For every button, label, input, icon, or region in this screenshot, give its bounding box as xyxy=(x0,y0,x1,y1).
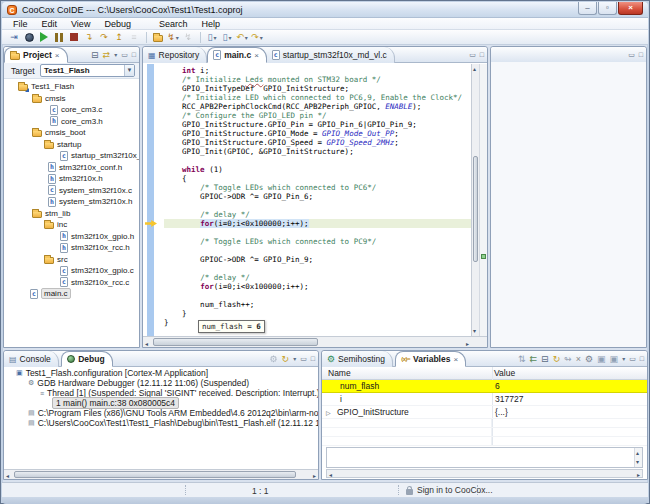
tree-item-startup-stm32f10x-md-vl-c[interactable]: cstartup_stm32f10x_md_vl.c xyxy=(4,150,139,162)
tab-project[interactable]: Project × xyxy=(4,47,68,63)
open-project-icon[interactable] xyxy=(151,31,165,44)
remove-terminated-icon[interactable]: ⚙ xyxy=(270,354,278,364)
forward-icon[interactable]: ↷▾ xyxy=(250,31,264,44)
tree-item-system-stm32f10x-h[interactable]: hsystem_stm32f10x.h xyxy=(4,196,139,208)
code-line[interactable]: /* Initialize Leds mounted on STM32 boar… xyxy=(164,75,471,84)
new-file-icon[interactable]: ▯▾ xyxy=(205,31,219,44)
tree-item-main-c[interactable]: cmain.c xyxy=(4,288,139,300)
tree-item-core-cm3-h[interactable]: hcore_cm3.h xyxy=(4,116,139,128)
step-into-icon[interactable]: ↴ xyxy=(82,31,96,44)
code-line[interactable]: int i; xyxy=(164,66,471,75)
tree-item-core-cm3-c[interactable]: ccore_cm3.c xyxy=(4,104,139,116)
minimize-view-icon[interactable]: ▭ xyxy=(629,354,636,364)
tree-item-system-stm32f10x-c[interactable]: csystem_stm32f10x.c xyxy=(4,185,139,197)
code-line[interactable]: GPIO_InitStructure.GPIO_Mode = GPIO_Mode… xyxy=(164,129,471,138)
code-line[interactable] xyxy=(164,291,471,300)
code-line[interactable]: /* delay */ xyxy=(164,273,471,282)
collapse-all-icon[interactable]: ⊟ xyxy=(541,354,549,364)
tab-startup-stm32f10x-md-vl-c[interactable]: cstartup_stm32f10x_md_vl.c xyxy=(267,47,395,63)
instruction-step-icon[interactable]: ≡ xyxy=(127,31,141,44)
code-line[interactable]: /* Configure the GPIO_LED pin */ xyxy=(164,111,471,120)
refresh-icon[interactable]: ↻ xyxy=(282,354,290,364)
code-line[interactable] xyxy=(164,228,471,237)
variable-row-num_flash[interactable]: num_flash6 xyxy=(322,380,647,393)
variable-row-GPIO_InitStructure[interactable]: ▷GPIO_InitStructure{...} xyxy=(322,406,647,419)
overview-ruler[interactable] xyxy=(479,64,487,336)
terminate-icon[interactable] xyxy=(67,31,81,44)
editor-vertical-scrollbar[interactable]: ▴ ▾ xyxy=(471,64,479,336)
new-view-icon[interactable]: ▣ xyxy=(597,354,606,364)
settings-icon[interactable]: ⚙ xyxy=(585,354,593,364)
editor-horizontal-scrollbar[interactable]: ◂ ▸ xyxy=(143,336,487,347)
code-line[interactable]: GPIO_Init(GPIOC, &GPIO_InitStructure); xyxy=(164,147,471,156)
code-editor[interactable]: int i; /* Initialize Leds mounted on STM… xyxy=(143,64,487,336)
code-line[interactable] xyxy=(164,156,471,165)
show-type-names-icon[interactable]: ⇅ xyxy=(518,354,526,364)
code-line[interactable]: GPIO_InitStructure.GPIO_Speed = GPIO_Spe… xyxy=(164,138,471,147)
collapse-all-icon[interactable]: ⊟ xyxy=(91,50,99,60)
empty-row[interactable] xyxy=(322,437,647,446)
tree-item-stm32f10x-h[interactable]: hstm32f10x.h xyxy=(4,173,139,185)
code-line[interactable] xyxy=(164,246,471,255)
occurrence-marker[interactable] xyxy=(481,254,486,259)
tab-semihosting[interactable]: ⚙ Semihosting xyxy=(322,351,393,367)
scroll-thumb[interactable] xyxy=(473,156,478,262)
back-icon[interactable]: ↶▾ xyxy=(235,31,249,44)
tab-main-c[interactable]: cmain.c× xyxy=(207,47,267,63)
resume-icon[interactable] xyxy=(37,31,51,44)
scroll-thumb[interactable] xyxy=(153,338,318,346)
menu-search[interactable]: Search xyxy=(152,19,195,29)
tree-item-startup[interactable]: startup xyxy=(4,139,139,151)
menu-edit[interactable]: Edit xyxy=(35,19,65,29)
code-line[interactable]: RCC_APB2PeriphClockCmd(RCC_APB2Periph_GP… xyxy=(164,102,471,111)
show-logical-structure-icon[interactable]: ⇇ xyxy=(530,354,538,364)
tree-item-inc[interactable]: inc xyxy=(4,219,139,231)
expander-icon[interactable]: ▷ xyxy=(326,409,334,416)
new-view-icon[interactable]: ▯▾ xyxy=(220,31,234,44)
run-to-line-icon[interactable]: ⇥ xyxy=(7,31,21,44)
watch-icon[interactable]: ↬ xyxy=(564,354,572,364)
debug-tree-item[interactable]: ▤C:\Users\CooCox\Test1\Test1_Flash\Debug… xyxy=(4,418,318,428)
code-line[interactable]: for(i=0;i<0x100000;i++); xyxy=(164,219,471,228)
tree-item-src[interactable]: src xyxy=(4,254,139,266)
debug-horizontal-scrollbar[interactable]: ◂ ▸ xyxy=(4,469,318,479)
column-name[interactable]: Name xyxy=(328,368,351,378)
menu-debug[interactable]: Debug xyxy=(97,19,138,29)
code-line[interactable]: /* Toggle LEDs which connected to PC6*/ xyxy=(164,183,471,192)
refresh-icon[interactable]: ↻ xyxy=(553,354,561,364)
sign-in-button[interactable]: Sign in to CooCox... xyxy=(406,485,493,495)
debug-tree-item[interactable]: ▣Test1_Flash.configuration [Cortex-M App… xyxy=(4,368,318,378)
title-bar[interactable]: C CooCox CoIDE --- C:\Users\CooCox\Test1… xyxy=(2,2,648,18)
code-line[interactable]: GPIO_InitTypeDef GPIO_InitStructure; xyxy=(164,84,471,93)
maximize-view-icon[interactable]: □ xyxy=(132,50,136,60)
tab-console[interactable]: ▤ Console xyxy=(4,351,59,367)
step-over-icon[interactable]: ↷ xyxy=(97,31,111,44)
variable-row-i[interactable]: i317727 xyxy=(322,393,647,406)
code-line[interactable]: /* Toggle LEDs which connected to PC9*/ xyxy=(164,237,471,246)
target-select[interactable]: Test1_Flash ▼ xyxy=(40,64,135,77)
code-line[interactable]: while (1) xyxy=(164,165,471,174)
link-with-editor-icon[interactable]: ⇄ xyxy=(103,50,111,60)
code-line[interactable]: /* Initialize LED which connected to PC6… xyxy=(164,93,471,102)
code-line[interactable]: /* delay */ xyxy=(164,210,471,219)
tab-repository[interactable]: ▦Repository xyxy=(143,47,207,63)
minimize-button[interactable]: – xyxy=(578,2,597,15)
chevron-down-icon[interactable]: ▼ xyxy=(124,65,134,76)
tree-item-stm32f10x-conf-h[interactable]: hstm32f10x_conf.h xyxy=(4,162,139,174)
column-value[interactable]: Value xyxy=(494,368,515,378)
view-menu-icon[interactable]: ▾ xyxy=(293,354,296,364)
pin-view-icon[interactable]: ▣ xyxy=(610,354,619,364)
tree-item-stm32f10x-gpio-c[interactable]: cstm32f10x_gpio.c xyxy=(4,265,139,277)
maximize-view-icon[interactable]: □ xyxy=(311,354,315,364)
flash-erase-icon[interactable]: ↯ xyxy=(181,31,195,44)
variables-table-header[interactable]: Name Value xyxy=(322,367,647,380)
tree-item-cmsis[interactable]: cmsis xyxy=(4,93,139,105)
empty-row[interactable] xyxy=(322,419,647,428)
tree-item-stm-lib[interactable]: stm_lib xyxy=(4,208,139,220)
code-line[interactable] xyxy=(164,264,471,273)
code-line[interactable] xyxy=(164,201,471,210)
tree-item-stm32f10x-rcc-h[interactable]: hstm32f10x_rcc.h xyxy=(4,242,139,254)
minimize-view-icon[interactable]: ▭ xyxy=(300,354,307,364)
code-line[interactable]: num_flash++; xyxy=(164,300,471,309)
suspend-icon[interactable] xyxy=(52,31,66,44)
